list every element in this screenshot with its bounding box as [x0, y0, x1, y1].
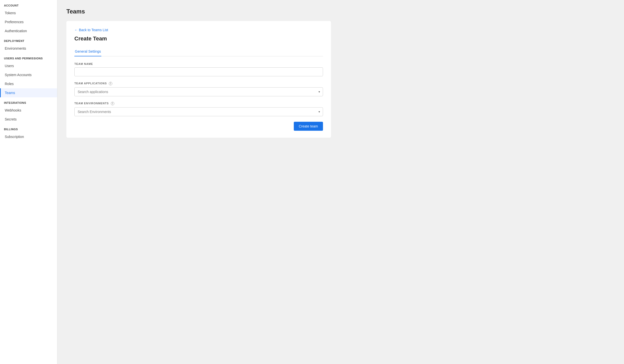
team-applications-group: TEAM APPLICATIONS ? ▾	[74, 82, 323, 96]
main-content: Teams ← Back to Teams List Create Team G…	[57, 0, 624, 364]
sidebar-item-teams[interactable]: Teams	[0, 88, 57, 97]
team-applications-help-icon[interactable]: ?	[109, 82, 112, 85]
team-name-input[interactable]	[74, 67, 323, 76]
sidebar-item-preferences[interactable]: Preferences	[0, 17, 57, 26]
sidebar-item-webhooks[interactable]: Webhooks	[0, 106, 57, 115]
team-applications-input[interactable]	[74, 87, 323, 96]
sidebar-item-environments[interactable]: Environments	[0, 44, 57, 53]
sidebar-section-billings: BILLINGS	[0, 124, 57, 132]
team-environments-label: TEAM ENVIRONMENTS ?	[74, 102, 323, 105]
team-environments-input[interactable]	[74, 107, 323, 116]
page-title: Teams	[66, 8, 615, 15]
sidebar-item-users[interactable]: Users	[0, 61, 57, 70]
team-environments-select-wrapper: ▾	[74, 107, 323, 116]
card-title: Create Team	[74, 35, 323, 42]
back-to-teams-link[interactable]: ← Back to Teams List	[74, 28, 108, 32]
sidebar-item-authentication[interactable]: Authentication	[0, 26, 57, 35]
sidebar-item-secrets[interactable]: Secrets	[0, 115, 57, 124]
sidebar-section-integrations: INTEGRATIONS	[0, 97, 57, 106]
team-applications-label: TEAM APPLICATIONS ?	[74, 82, 323, 85]
sidebar-section-users-and-permissions: USERS AND PERMISSIONS	[0, 53, 57, 61]
sidebar: ACCOUNTTokensPreferencesAuthenticationDE…	[0, 0, 57, 364]
tabs-container: General Settings	[74, 47, 323, 56]
team-name-group: TEAM NAME	[74, 62, 323, 76]
sidebar-item-tokens[interactable]: Tokens	[0, 8, 57, 17]
team-applications-select-wrapper: ▾	[74, 87, 323, 96]
team-environments-group: TEAM ENVIRONMENTS ? ▾	[74, 102, 323, 116]
card-actions: Create team	[74, 122, 323, 131]
team-name-label: TEAM NAME	[74, 62, 323, 65]
team-environments-help-icon[interactable]: ?	[111, 102, 114, 105]
sidebar-section-account: ACCOUNT	[0, 0, 57, 8]
sidebar-item-system-accounts[interactable]: System Accounts	[0, 70, 57, 79]
sidebar-item-roles[interactable]: Roles	[0, 79, 57, 88]
tab-general-settings[interactable]: General Settings	[74, 47, 101, 56]
sidebar-section-deployment: DEPLOYMENT	[0, 35, 57, 44]
create-team-card: ← Back to Teams List Create Team General…	[66, 21, 331, 138]
sidebar-item-subscription[interactable]: Subscription	[0, 132, 57, 141]
create-team-button[interactable]: Create team	[294, 122, 323, 131]
